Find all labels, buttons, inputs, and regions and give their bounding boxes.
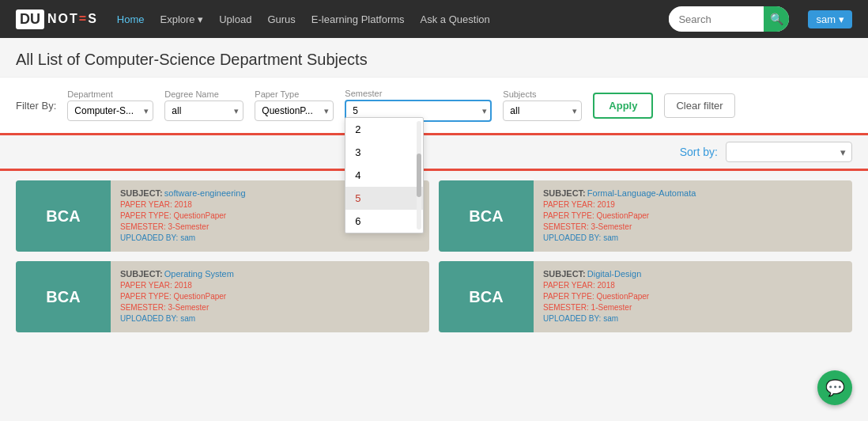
filter-by-label: Filter By: [16, 100, 56, 112]
card-2-sem-label: SEMESTER: [543, 222, 589, 231]
nav-links: Home Explore ▾ Upload Gurus E-learning P… [117, 13, 651, 25]
degree-label: Degree Name [164, 89, 243, 99]
card-4-year: 2018 [598, 281, 615, 290]
paper-type-label: Paper Type [255, 89, 334, 99]
card-2[interactable]: BCA SUBJECT: Formal-Language-Automata PA… [439, 180, 852, 252]
user-name: sam [816, 13, 836, 25]
semester-option-4[interactable]: 4 [345, 164, 423, 187]
card-3-subject-value[interactable]: Operating System [164, 269, 234, 279]
brand-notes: NOT=S [47, 12, 98, 26]
department-select[interactable]: Computer-S... [67, 101, 153, 121]
subjects-filter: Subjects all [503, 89, 582, 121]
card-4-sem-label: SEMESTER: [543, 303, 589, 312]
subjects-select[interactable]: all [503, 101, 582, 121]
subjects-label: Subjects [503, 89, 582, 99]
card-1-type-label: PAPER TYPE: [120, 211, 172, 220]
degree-filter: Degree Name all [164, 89, 243, 121]
card-1-uploader[interactable]: sam [180, 233, 195, 242]
card-1-year: 2018 [175, 200, 192, 209]
card-3-year-label: PAPER YEAR: [120, 281, 172, 290]
semester-filter: Semester 2 3 4 5 6 [345, 89, 492, 122]
card-4-year-label: PAPER YEAR: [543, 281, 595, 290]
user-chevron-icon: ▾ [839, 13, 844, 25]
cards-grid: BCA SUBJECT: software-engineering PAPER … [0, 171, 868, 342]
card-1-sem-label: SEMESTER: [120, 222, 166, 231]
card-1-uploaded-label: UPLOADED BY: [120, 233, 178, 242]
semester-option-2[interactable]: 2 [345, 118, 423, 141]
nav-elearning[interactable]: E-learning Platforms [311, 13, 405, 25]
user-menu[interactable]: sam ▾ [808, 10, 852, 28]
card-4-badge: BCA [439, 261, 534, 332]
semester-option-3[interactable]: 3 [345, 141, 423, 164]
search-input[interactable] [669, 13, 764, 25]
card-1-sem: 3-Semester [168, 222, 209, 231]
department-label: Department [67, 89, 153, 99]
apply-button[interactable]: Apply [593, 93, 653, 119]
semester-option-6[interactable]: 6 [345, 210, 423, 233]
card-3-type: QuestionPaper [173, 292, 226, 301]
card-4-subject-label: SUBJECT: [543, 269, 586, 279]
card-2-info: SUBJECT: Formal-Language-Automata PAPER … [534, 180, 705, 252]
card-3-year: 2018 [175, 281, 192, 290]
card-2-uploader[interactable]: sam [603, 233, 618, 242]
card-2-sem: 3-Semester [591, 222, 632, 231]
department-filter: Department Computer-S... [67, 89, 153, 121]
card-1-subject-label: SUBJECT: [120, 188, 163, 198]
card-2-badge: BCA [439, 180, 534, 252]
sort-label: Sort by: [680, 146, 718, 158]
paper-type-select[interactable]: QuestionP... [255, 101, 334, 121]
page-title: All List of Computer-Science Department … [0, 38, 868, 77]
card-4-uploader[interactable]: sam [603, 314, 618, 323]
search-button[interactable]: 🔍 [764, 6, 789, 32]
brand: DU NOT=S [16, 9, 98, 29]
card-4-sem: 1-Semester [591, 303, 632, 312]
clear-filter-button[interactable]: Clear filter [664, 93, 734, 118]
nav-home[interactable]: Home [117, 13, 145, 25]
card-1-badge: BCA [16, 180, 111, 252]
card-1-info: SUBJECT: software-engineering PAPER YEAR… [111, 180, 255, 252]
card-3-sem-label: SEMESTER: [120, 303, 166, 312]
card-1-year-label: PAPER YEAR: [120, 200, 172, 209]
semester-dropdown: 2 3 4 5 6 [345, 117, 424, 233]
card-2-year-label: PAPER YEAR: [543, 200, 595, 209]
card-3-uploader[interactable]: sam [180, 314, 195, 323]
nav-upload[interactable]: Upload [219, 13, 251, 25]
card-4-type-label: PAPER TYPE: [543, 292, 594, 301]
card-2-subject-label: SUBJECT: [543, 188, 586, 198]
card-2-type-label: PAPER TYPE: [543, 211, 594, 220]
semester-option-5[interactable]: 5 [345, 187, 423, 210]
card-2-type: QuestionPaper [596, 211, 649, 220]
nav-ask[interactable]: Ask a Question [421, 13, 490, 25]
card-4-type: QuestionPaper [596, 292, 649, 301]
nav-gurus[interactable]: Gurus [267, 13, 295, 25]
card-3[interactable]: BCA SUBJECT: Operating System PAPER YEAR… [16, 261, 429, 332]
card-3-sem: 3-Semester [168, 303, 209, 312]
card-3-info: SUBJECT: Operating System PAPER YEAR: 20… [111, 261, 243, 332]
semester-label: Semester [345, 89, 492, 98]
card-4[interactable]: BCA SUBJECT: Digital-Design PAPER YEAR: … [439, 261, 852, 332]
scrollbar-thumb [417, 154, 421, 197]
filter-bar: Filter By: Department Computer-S... Degr… [0, 77, 868, 133]
degree-select[interactable]: all [164, 101, 243, 121]
card-4-subject-value[interactable]: Digital-Design [587, 269, 641, 279]
sort-bar: Sort by: [0, 135, 868, 169]
nav-explore[interactable]: Explore ▾ [160, 13, 203, 25]
card-2-subject-value[interactable]: Formal-Language-Automata [587, 188, 696, 198]
search-bar: 🔍 [669, 6, 789, 32]
sort-select[interactable] [726, 142, 852, 162]
card-2-year: 2019 [598, 200, 615, 209]
card-3-subject-label: SUBJECT: [120, 269, 163, 279]
card-4-info: SUBJECT: Digital-Design PAPER YEAR: 2018… [534, 261, 659, 332]
card-1-subject-value[interactable]: software-engineering [164, 188, 246, 198]
card-3-type-label: PAPER TYPE: [120, 292, 172, 301]
navbar: DU NOT=S Home Explore ▾ Upload Gurus E-l… [0, 0, 868, 38]
card-3-badge: BCA [16, 261, 111, 332]
card-2-uploaded-label: UPLOADED BY: [543, 233, 601, 242]
brand-du: DU [16, 9, 44, 29]
card-4-uploaded-label: UPLOADED BY: [543, 314, 601, 323]
card-3-uploaded-label: UPLOADED BY: [120, 314, 178, 323]
scrollbar-track [417, 121, 421, 229]
paper-type-filter: Paper Type QuestionP... [255, 89, 334, 121]
card-1-type: QuestionPaper [173, 211, 226, 220]
